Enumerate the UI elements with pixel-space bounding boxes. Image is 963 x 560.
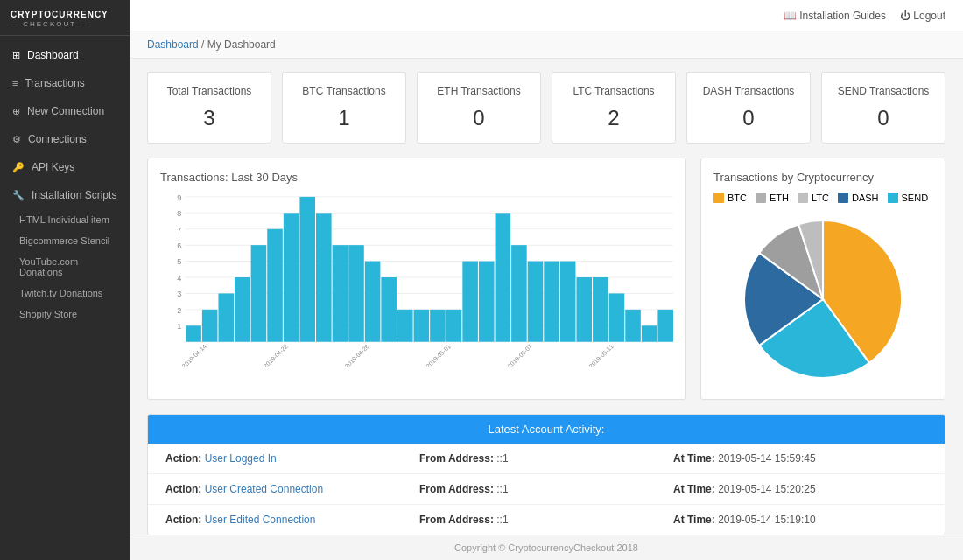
activity-header: Latest Account Activity: — [148, 415, 945, 444]
sidebar-sub-youtube[interactable]: YouTube.com Donations — [0, 251, 130, 283]
stat-value-btc: 1 — [292, 106, 397, 130]
svg-rect-29 — [316, 213, 332, 341]
sidebar-item-new-connection[interactable]: ⊕ New Connection — [0, 97, 130, 125]
action-col: Action: User Logged In — [165, 452, 419, 465]
activity-rows: Action: User Logged In From Address: ::1… — [148, 444, 945, 535]
action-col: Action: User Edited Connection — [165, 514, 419, 526]
sidebar-sub-bigcommerce[interactable]: Bigcommerce Stencil — [0, 230, 130, 251]
from-value: ::1 — [496, 452, 508, 465]
stat-label-btc: BTC Transactions — [292, 85, 397, 97]
content-area: Total Transactions 3 BTC Transactions 1 … — [130, 59, 963, 535]
sidebar-item-label: Transactions — [25, 77, 84, 89]
stat-card-eth: ETH Transactions 0 — [417, 72, 541, 144]
pie-legend: BTCETHLTCDASHSEND — [713, 192, 932, 203]
svg-rect-45 — [528, 262, 544, 342]
legend-color — [798, 192, 808, 203]
svg-rect-53 — [642, 326, 657, 341]
legend-label: DASH — [852, 192, 879, 203]
legend-color — [888, 192, 898, 203]
pie-chart-title: Transactions by Cryptocurrency — [713, 171, 932, 184]
sidebar-item-label: API Keys — [32, 161, 74, 173]
topbar-links: 📖 Installation Guides ⏻ Logout — [784, 10, 945, 22]
svg-text:2019-04-22: 2019-04-22 — [263, 343, 290, 368]
main-panel: 📖 Installation Guides ⏻ Logout Dashboard… — [130, 0, 963, 560]
stat-label-total: Total Transactions — [157, 85, 262, 97]
action-label: Action: — [165, 514, 201, 526]
sidebar-sub-html-item[interactable]: HTML Individual item — [0, 209, 130, 230]
time-label: At Time: — [673, 514, 715, 526]
legend-color — [756, 192, 766, 203]
stat-value-eth: 0 — [426, 106, 531, 130]
sidebar-item-transactions[interactable]: ≡ Transactions — [0, 69, 130, 97]
from-value: ::1 — [496, 514, 508, 526]
svg-text:1: 1 — [177, 322, 181, 331]
svg-rect-52 — [625, 310, 641, 342]
svg-rect-40 — [462, 262, 478, 342]
from-col: From Address: ::1 — [419, 452, 673, 465]
svg-rect-51 — [609, 293, 625, 341]
time-value: 2019-05-14 15:20:25 — [718, 483, 815, 495]
svg-rect-49 — [593, 277, 608, 342]
charts-row: Transactions: Last 30 Days 1234567892019… — [147, 158, 945, 400]
legend-label: LTC — [812, 192, 829, 203]
svg-text:2019-04-26: 2019-04-26 — [343, 343, 370, 368]
logout-icon: ⏻ — [900, 10, 910, 22]
svg-rect-22 — [218, 293, 234, 341]
sidebar-nav: ⊞ Dashboard ≡ Transactions ⊕ New Connect… — [0, 36, 130, 560]
legend-label: SEND — [902, 192, 929, 203]
table-row: Action: User Edited Connection From Addr… — [148, 505, 945, 535]
legend-item: LTC — [798, 192, 829, 203]
bar-chart-panel: Transactions: Last 30 Days 1234567892019… — [147, 158, 686, 400]
stat-cards: Total Transactions 3 BTC Transactions 1 … — [147, 72, 945, 144]
breadcrumb-home[interactable]: Dashboard — [147, 38, 199, 51]
time-col: At Time: 2019-05-14 15:19:10 — [673, 514, 927, 526]
svg-text:2019-05-07: 2019-05-07 — [506, 343, 533, 368]
sidebar: CRYPTOCURRENCY — CHECKOUT — ⊞ Dashboard … — [0, 0, 130, 560]
svg-text:8: 8 — [177, 209, 181, 218]
sidebar-item-api-keys[interactable]: 🔑 API Keys — [0, 153, 130, 181]
footer-text: Copyright © CryptocurrencyCheckout 2018 — [454, 542, 638, 553]
svg-rect-35 — [397, 310, 413, 342]
transactions-icon: ≡ — [12, 78, 18, 88]
stat-card-btc: BTC Transactions 1 — [282, 72, 406, 144]
svg-rect-27 — [284, 213, 299, 341]
api-keys-icon: 🔑 — [12, 162, 25, 173]
sidebar-sub-twitch[interactable]: Twitch.tv Donations — [0, 283, 130, 304]
action-value: User Edited Connection — [205, 514, 316, 526]
dashboard-icon: ⊞ — [12, 50, 20, 61]
legend-item: SEND — [888, 192, 929, 203]
time-value: 2019-05-14 15:59:45 — [718, 452, 815, 465]
svg-rect-28 — [299, 197, 315, 342]
action-value: User Created Connection — [205, 483, 323, 495]
connections-icon: ⚙ — [12, 134, 21, 145]
svg-rect-33 — [365, 262, 381, 342]
svg-text:2019-04-14: 2019-04-14 — [181, 343, 208, 368]
svg-rect-43 — [511, 245, 527, 342]
time-value: 2019-05-14 15:19:10 — [718, 514, 815, 526]
logo: CRYPTOCURRENCY — CHECKOUT — — [0, 0, 130, 36]
svg-rect-25 — [267, 229, 283, 342]
installation-guides-link[interactable]: 📖 Installation Guides — [784, 10, 886, 22]
sidebar-item-label: Dashboard — [27, 49, 79, 61]
action-label: Action: — [165, 483, 201, 495]
sidebar-item-installation-scripts[interactable]: 🔧 Installation Scripts — [0, 181, 130, 209]
svg-rect-48 — [576, 277, 592, 342]
svg-rect-36 — [414, 310, 430, 342]
svg-rect-19 — [186, 326, 201, 341]
legend-item: BTC — [713, 192, 747, 203]
legend-label: ETH — [770, 192, 789, 203]
logout-link[interactable]: ⏻ Logout — [900, 10, 945, 22]
sidebar-item-dashboard[interactable]: ⊞ Dashboard — [0, 41, 130, 69]
svg-rect-54 — [657, 310, 673, 342]
action-label: Action: — [165, 452, 201, 465]
sidebar-item-connections[interactable]: ⚙ Connections — [0, 125, 130, 153]
installation-icon: 🔧 — [12, 190, 25, 201]
legend-label: BTC — [728, 192, 747, 203]
svg-text:2: 2 — [177, 306, 181, 315]
svg-text:9: 9 — [177, 193, 181, 202]
svg-rect-47 — [560, 262, 576, 342]
sidebar-sub-shopify[interactable]: Shopify Store — [0, 304, 130, 325]
sidebar-item-label: New Connection — [27, 105, 104, 117]
svg-text:2019-05-01: 2019-05-01 — [425, 343, 452, 368]
svg-rect-34 — [381, 277, 397, 342]
